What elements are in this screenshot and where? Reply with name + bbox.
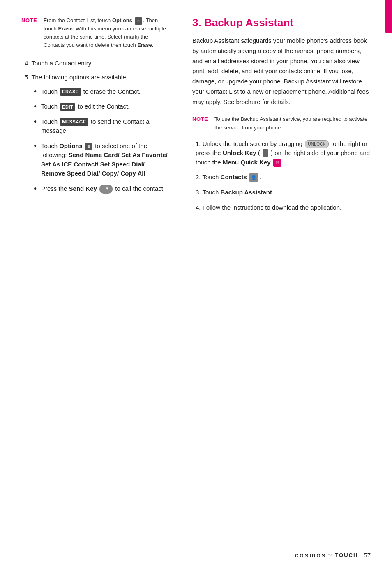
step-1: 1. Unlock the touch screen by dragging U… <box>192 139 372 167</box>
unlock-key-icon <box>263 149 268 157</box>
pink-tab <box>385 0 392 33</box>
send-key-icon <box>99 185 113 194</box>
note-block: NOTE From the Contact List, touch Option… <box>21 16 169 50</box>
left-column: NOTE From the Contact List, touch Option… <box>0 0 181 543</box>
bullet-list: Touch ERASE to erase the Contact. Touch … <box>34 87 169 194</box>
menu-quick-icon <box>273 159 281 167</box>
columns-wrapper: NOTE From the Contact List, touch Option… <box>0 0 392 564</box>
options-icon <box>135 17 142 25</box>
item-5: 5. The following options are available. <box>21 73 169 82</box>
right-note: NOTE To use the Backup Assistant service… <box>192 115 372 132</box>
contacts-icon <box>249 173 258 182</box>
bullet-options: Touch Options to select one of the follo… <box>34 141 169 178</box>
note-text: From the Contact List, touch Options . T… <box>44 16 169 50</box>
right-column: 3. Backup Assistant Backup Assistant saf… <box>181 0 392 543</box>
erase-badge: ERASE <box>60 88 81 96</box>
trademark: ™ <box>328 553 332 557</box>
step-3: 3. Touch Backup Assistant. <box>192 188 372 197</box>
item-4: 4. Touch a Contact entry. <box>21 59 169 68</box>
bullet-send-key: Press the Send Key to call the contact. <box>34 184 169 194</box>
page-number: 57 <box>364 552 371 559</box>
edit-badge: EDIT <box>60 103 75 111</box>
section-body: Backup Assistant safeguards your mobile … <box>192 36 372 107</box>
bullet-message: Touch MESSAGE to send the Contact a mess… <box>34 117 169 136</box>
unlock-pill: UNLOCK <box>305 140 328 148</box>
touch-label: TOUCH <box>335 552 358 558</box>
message-badge: MESSAGE <box>60 118 88 126</box>
bottom-bar: cosmos™ TOUCH 57 <box>0 546 392 564</box>
step-4: 4. Follow the instructions to download t… <box>192 203 372 213</box>
item-5-text: 5. The following options are available. <box>25 74 128 81</box>
brand-name: cosmos <box>295 551 327 559</box>
bullet-edit: Touch EDIT to edit the Contact. <box>34 102 169 111</box>
step-2: 2. Touch Contacts . <box>192 173 372 182</box>
right-note-text: To use the Backup Assistant service, you… <box>214 115 372 132</box>
note-label: NOTE <box>21 16 41 23</box>
bullet-erase: Touch ERASE to erase the Contact. <box>34 87 169 97</box>
item-4-number: 4. Touch a Contact entry. <box>25 60 92 67</box>
page: NOTE From the Contact List, touch Option… <box>0 0 392 564</box>
options-icon-2 <box>85 143 92 150</box>
right-note-label: NOTE <box>192 115 212 122</box>
section-heading: 3. Backup Assistant <box>192 16 372 29</box>
cosmos-logo: cosmos™ TOUCH 57 <box>295 551 371 559</box>
